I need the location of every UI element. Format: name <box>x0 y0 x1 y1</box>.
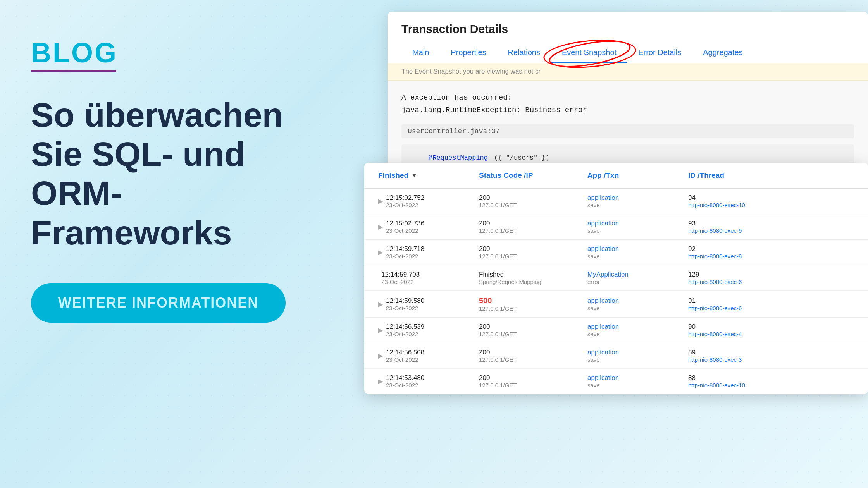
cell-id: 91 http-nio-8080-exec-6 <box>682 292 798 317</box>
cell-time: ▶ 12:14:56.508 23-Oct-2022 <box>372 343 473 368</box>
cell-app: application save <box>581 318 682 343</box>
table-row[interactable]: ▶ 12:15:02.736 23-Oct-2022 200 127.0.0.1… <box>364 214 868 240</box>
blog-label: BLOG <box>31 39 310 67</box>
panel-title-bar: Transaction Details Main Properties Rela… <box>388 12 868 63</box>
cell-id: 94 http-nio-8080-exec-10 <box>682 189 798 214</box>
row-expand-icon[interactable]: ▶ <box>378 223 383 230</box>
tab-error-details[interactable]: Error Details <box>627 43 692 63</box>
tab-event-snapshot[interactable]: Event Snapshot <box>551 43 627 63</box>
table-row[interactable]: ▶ 12:15:02.752 23-Oct-2022 200 127.0.0.1… <box>364 189 868 214</box>
cell-app: application save <box>581 240 682 265</box>
table-row[interactable]: ▶ 12:14:59.580 23-Oct-2022 500 127.0.0.1… <box>364 291 868 318</box>
cell-id: 129 http-nio-8080-exec-6 <box>682 265 798 290</box>
cell-id: 90 http-nio-8080-exec-4 <box>682 318 798 343</box>
cell-app: application save <box>581 292 682 317</box>
tab-properties[interactable]: Properties <box>440 43 497 63</box>
cell-time: ▶ 12:14:59.580 23-Oct-2022 <box>372 292 473 317</box>
header-finished[interactable]: Finished ▼ <box>372 163 473 188</box>
file-ref: UserController.java:37 <box>401 124 854 138</box>
cta-button[interactable]: WEITERE INFORMATIONEN <box>31 283 286 323</box>
cell-status: 200 127.0.0.1/GET <box>473 343 581 368</box>
cell-time: ▶ 12:14:59.718 23-Oct-2022 <box>372 240 473 265</box>
table-body: ▶ 12:15:02.752 23-Oct-2022 200 127.0.0.1… <box>364 189 868 394</box>
cell-status: 200 127.0.0.1/GET <box>473 214 581 239</box>
panel-title: Transaction Details <box>401 22 854 36</box>
cell-time: ▶ 12:15:02.736 23-Oct-2022 <box>372 214 473 239</box>
cell-app: application save <box>581 189 682 214</box>
main-heading: So überwachenSie SQL- undORM-Frameworks <box>31 95 310 252</box>
cell-time: 12:14:59.703 23-Oct-2022 <box>372 265 473 290</box>
tab-main[interactable]: Main <box>401 43 440 63</box>
warning-banner: The Event Snapshot you are viewing was n… <box>388 63 868 81</box>
cell-status: 200 127.0.0.1/GET <box>473 318 581 343</box>
exception-text: A exception has occurred: java.lang.Runt… <box>401 91 854 117</box>
row-expand-icon[interactable]: ▶ <box>378 301 383 308</box>
cell-id: 92 http-nio-8080-exec-8 <box>682 240 798 265</box>
cell-status: 200 127.0.0.1/GET <box>473 189 581 214</box>
tab-relations[interactable]: Relations <box>497 43 551 63</box>
panel-tabs: Main Properties Relations Event Snapshot… <box>401 43 854 63</box>
table-row[interactable]: ▶ 12:14:56.508 23-Oct-2022 200 127.0.0.1… <box>364 343 868 369</box>
row-expand-icon[interactable]: ▶ <box>378 249 383 256</box>
transactions-panel: Finished ▼ Status Code /IP App /Txn ID /… <box>364 163 868 394</box>
cell-id: 88 http-nio-8080-exec-10 <box>682 369 798 394</box>
header-app: App /Txn <box>581 163 682 188</box>
table-row[interactable]: 12:14:59.703 23-Oct-2022 Finished Spring… <box>364 265 868 291</box>
row-expand-icon[interactable]: ▶ <box>378 378 383 385</box>
cell-status: Finished Spring/RequestMapping <box>473 265 581 290</box>
cell-app: application save <box>581 369 682 394</box>
cell-app: MyApplication error <box>581 265 682 290</box>
cell-status: 200 127.0.0.1/GET <box>473 369 581 394</box>
code-line: @RequestMapping({ "/users" }) <box>411 152 845 164</box>
header-id: ID /Thread <box>682 163 798 188</box>
table-header: Finished ▼ Status Code /IP App /Txn ID /… <box>364 163 868 189</box>
cell-app: application save <box>581 343 682 368</box>
row-expand-icon[interactable]: ▶ <box>378 352 383 359</box>
header-status: Status Code /IP <box>473 163 581 188</box>
right-area: Transaction Details Main Properties Rela… <box>364 12 868 337</box>
cell-time: ▶ 12:14:53.480 23-Oct-2022 <box>372 369 473 394</box>
blog-underline <box>31 70 116 72</box>
cell-time: ▶ 12:14:56.539 23-Oct-2022 <box>372 318 473 343</box>
left-content: BLOG So überwachenSie SQL- undORM-Framew… <box>31 39 310 323</box>
cell-id: 93 http-nio-8080-exec-9 <box>682 214 798 239</box>
tab-aggregates[interactable]: Aggregates <box>692 43 753 63</box>
cell-time: ▶ 12:15:02.752 23-Oct-2022 <box>372 189 473 214</box>
table-row[interactable]: ▶ 12:14:59.718 23-Oct-2022 200 127.0.0.1… <box>364 240 868 265</box>
table-row[interactable]: ▶ 12:14:56.539 23-Oct-2022 200 127.0.0.1… <box>364 318 868 343</box>
cell-status: 200 127.0.0.1/GET <box>473 240 581 265</box>
cell-status: 500 127.0.0.1/GET <box>473 291 581 317</box>
cell-id: 89 http-nio-8080-exec-3 <box>682 343 798 368</box>
row-expand-icon[interactable]: ▶ <box>378 198 383 205</box>
dropdown-arrow-icon[interactable]: ▼ <box>412 172 417 179</box>
cell-app: application save <box>581 214 682 239</box>
row-expand-icon[interactable]: ▶ <box>378 326 383 334</box>
table-row[interactable]: ▶ 12:14:53.480 23-Oct-2022 200 127.0.0.1… <box>364 369 868 394</box>
